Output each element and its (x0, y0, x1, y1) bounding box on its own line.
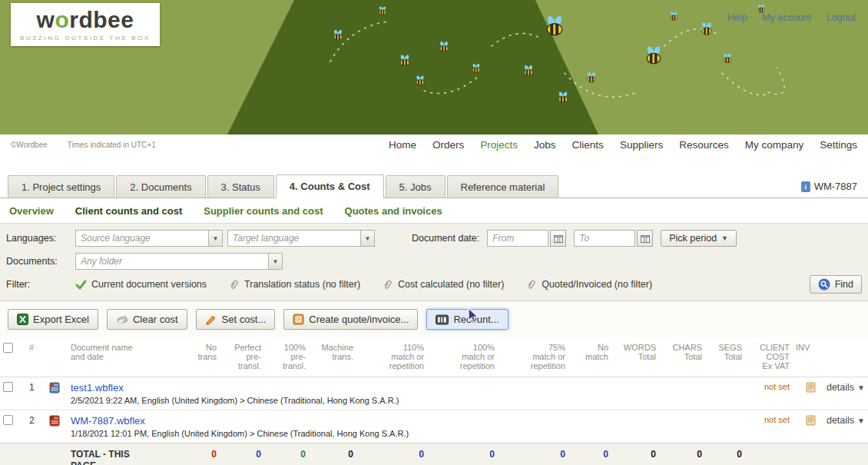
excel-icon (17, 314, 28, 325)
document-name-link[interactable]: test1.wbflex (71, 382, 124, 394)
target-language-dropdown-button[interactable]: ▼ (360, 231, 374, 246)
date-to-input[interactable] (574, 230, 635, 247)
banner: wordbee BUZZING OUTSIDE THE BOX Help My … (0, 0, 868, 135)
chevron-down-icon: ▼ (721, 234, 728, 242)
menu-item-suppliers[interactable]: Suppliers (620, 139, 663, 151)
row-checkbox[interactable] (3, 382, 13, 392)
chevron-down-icon: ▼ (365, 235, 371, 242)
chevron-down-icon: ▼ (857, 417, 865, 425)
filter-label: Filter: (6, 279, 75, 290)
menu-item-my-company[interactable]: My company (745, 139, 804, 151)
create-quote-invoice-label: Create quote/invoice... (309, 314, 409, 325)
menu-item-resources[interactable]: Resources (679, 139, 729, 151)
col-header-inv: INV (793, 337, 819, 377)
tab-status[interactable]: 3. Status (207, 175, 274, 198)
info-icon[interactable]: i (801, 181, 810, 192)
green-check-icon (75, 280, 87, 290)
tab-reference-material[interactable]: Reference material (447, 175, 559, 198)
col-header-name: Document name and date (68, 337, 175, 377)
my-account-link[interactable]: My account (762, 12, 811, 23)
col-header-words-total: WORDS Total (611, 337, 659, 377)
documents-label: Documents: (6, 256, 75, 267)
document-icon (49, 382, 60, 394)
date-from-calendar-button[interactable] (550, 230, 566, 247)
filter-chip-cost-calculated[interactable]: Cost calculated (no filter) (383, 279, 504, 290)
subtab-client-counts[interactable]: Client counts and cost (75, 205, 182, 217)
tab-documents[interactable]: 2. Documents (116, 175, 205, 198)
logout-link[interactable]: Logout (827, 12, 856, 23)
date-to-calendar-button[interactable] (637, 230, 653, 247)
tab-counts-and-cost[interactable]: 4. Counts & Cost (276, 174, 384, 198)
client-cost-value: not set (745, 377, 793, 410)
menu-item-home[interactable]: Home (389, 139, 416, 151)
paint-icon (205, 314, 217, 325)
target-language-input[interactable] (228, 231, 360, 246)
wordbee-logo[interactable]: wordbee BUZZING OUTSIDE THE BOX (11, 3, 160, 46)
chip-label: Current document versions (91, 279, 207, 290)
pick-period-label: Pick period (669, 233, 717, 244)
filter-chip-translation-status[interactable]: Translation status (no filter) (230, 279, 360, 290)
source-language-input[interactable] (76, 231, 208, 246)
total-segs: 0 (705, 443, 745, 465)
subtab-quotes-invoices[interactable]: Quotes and invoices (345, 205, 442, 217)
row-number: 1 (26, 377, 46, 410)
find-button[interactable]: Find (810, 275, 862, 294)
menu-item-jobs[interactable]: Jobs (534, 139, 556, 151)
filter-panel: Languages: ▼ ▼ Document date: Pick perio… (0, 223, 868, 301)
filter-row-languages: Languages: ▼ ▼ Document date: Pick perio… (6, 227, 862, 250)
col-header-100-match: 100% match or repetition (427, 337, 498, 377)
invoice-doc-icon[interactable] (806, 382, 816, 393)
help-link[interactable]: Help (727, 12, 747, 23)
logo-wordmark: wordbee (37, 8, 134, 32)
subtab-overview[interactable]: Overview (9, 205, 54, 217)
document-name-link[interactable]: WM-7887.wbflex (71, 415, 145, 427)
folder-input[interactable] (76, 254, 268, 269)
export-excel-button[interactable]: Export Excel (8, 309, 98, 330)
source-language-dropdown-button[interactable]: ▼ (208, 231, 222, 246)
total-75-match: 0 (498, 443, 568, 465)
paperclip-icon (230, 279, 240, 290)
details-dropdown[interactable]: details▼ (819, 377, 868, 410)
select-all-checkbox[interactable] (3, 343, 13, 353)
source-language-combo: ▼ (75, 230, 223, 247)
col-header-actions (819, 337, 868, 377)
filter-chip-current-versions[interactable]: Current document versions (75, 279, 207, 290)
chevron-down-icon: ▼ (857, 384, 865, 392)
details-dropdown[interactable]: details▼ (819, 410, 868, 443)
pick-period-button[interactable]: Pick period ▼ (661, 230, 737, 247)
invoice-doc-icon[interactable] (806, 415, 816, 426)
tab-jobs[interactable]: 5. Jobs (386, 175, 446, 198)
documents-table: # Document name and date No trans Perfec… (0, 337, 868, 465)
col-header-perfect-pretransl: Perfect pre-transl. (220, 337, 264, 377)
subtab-supplier-counts[interactable]: Supplier counts and cost (204, 205, 323, 217)
target-language-combo: ▼ (227, 230, 375, 247)
col-header-icon (46, 337, 68, 377)
tab-project-settings[interactable]: 1. Project settings (8, 175, 114, 198)
eraser-icon (116, 314, 128, 325)
total-chars: 0 (659, 443, 705, 465)
copyright-text: ©Wordbee (11, 141, 48, 149)
menu-item-orders[interactable]: Orders (432, 139, 464, 151)
account-links: Help My account Logout (715, 12, 856, 23)
search-icon (818, 278, 830, 291)
col-header-segs-total: SEGS Total (705, 337, 745, 377)
menu-item-projects[interactable]: Projects (480, 139, 518, 151)
create-quote-invoice-button[interactable]: Create quote/invoice... (283, 309, 418, 330)
folder-dropdown-button[interactable]: ▼ (268, 254, 282, 269)
row-checkbox[interactable] (3, 415, 13, 425)
clear-cost-button[interactable]: Clear cost (107, 309, 187, 330)
col-header-num: # (26, 337, 46, 377)
col-header-chars-total: CHARS Total (659, 337, 705, 377)
set-cost-button[interactable]: Set cost... (196, 309, 276, 330)
menu-item-clients[interactable]: Clients (572, 139, 604, 151)
total-no-trans: 0 (175, 443, 220, 465)
export-excel-label: Export Excel (33, 314, 89, 325)
filter-chip-quoted-invoiced[interactable]: Quoted/Invoiced (no filter) (527, 279, 652, 290)
col-header-no-match: No match (568, 337, 611, 377)
chevron-down-icon: ▼ (273, 258, 279, 265)
menu-item-settings[interactable]: Settings (820, 139, 857, 151)
document-date-line: 1/18/2021 12:01 PM, English (United King… (71, 429, 742, 438)
recount-button[interactable]: Recount... (426, 309, 508, 330)
date-from-input[interactable] (487, 230, 548, 247)
status-bar: ©Wordbee Times indicated in UTC+1 Home O… (0, 135, 868, 154)
